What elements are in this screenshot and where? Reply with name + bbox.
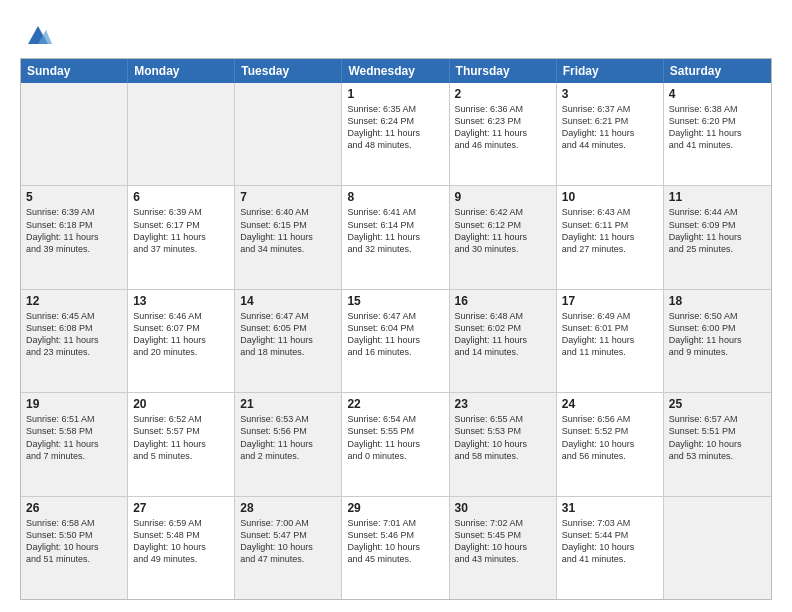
cell-info: Sunrise: 6:45 AM Sunset: 6:08 PM Dayligh…	[26, 310, 122, 359]
cell-info: Sunrise: 6:51 AM Sunset: 5:58 PM Dayligh…	[26, 413, 122, 462]
cell-info: Sunrise: 6:46 AM Sunset: 6:07 PM Dayligh…	[133, 310, 229, 359]
calendar-cell: 21Sunrise: 6:53 AM Sunset: 5:56 PM Dayli…	[235, 393, 342, 495]
cell-info: Sunrise: 6:36 AM Sunset: 6:23 PM Dayligh…	[455, 103, 551, 152]
day-number: 22	[347, 397, 443, 411]
cell-info: Sunrise: 6:57 AM Sunset: 5:51 PM Dayligh…	[669, 413, 766, 462]
calendar-cell: 26Sunrise: 6:58 AM Sunset: 5:50 PM Dayli…	[21, 497, 128, 599]
day-number: 31	[562, 501, 658, 515]
calendar-cell	[128, 83, 235, 185]
calendar-cell: 13Sunrise: 6:46 AM Sunset: 6:07 PM Dayli…	[128, 290, 235, 392]
cell-info: Sunrise: 6:47 AM Sunset: 6:05 PM Dayligh…	[240, 310, 336, 359]
calendar-header-day: Saturday	[664, 59, 771, 83]
calendar-row: 5Sunrise: 6:39 AM Sunset: 6:18 PM Daylig…	[21, 185, 771, 288]
cell-info: Sunrise: 7:02 AM Sunset: 5:45 PM Dayligh…	[455, 517, 551, 566]
calendar: SundayMondayTuesdayWednesdayThursdayFrid…	[20, 58, 772, 600]
calendar-header: SundayMondayTuesdayWednesdayThursdayFrid…	[21, 59, 771, 83]
day-number: 12	[26, 294, 122, 308]
day-number: 15	[347, 294, 443, 308]
calendar-cell: 3Sunrise: 6:37 AM Sunset: 6:21 PM Daylig…	[557, 83, 664, 185]
day-number: 13	[133, 294, 229, 308]
day-number: 16	[455, 294, 551, 308]
cell-info: Sunrise: 6:39 AM Sunset: 6:18 PM Dayligh…	[26, 206, 122, 255]
cell-info: Sunrise: 7:03 AM Sunset: 5:44 PM Dayligh…	[562, 517, 658, 566]
cell-info: Sunrise: 6:42 AM Sunset: 6:12 PM Dayligh…	[455, 206, 551, 255]
calendar-header-day: Wednesday	[342, 59, 449, 83]
calendar-cell: 6Sunrise: 6:39 AM Sunset: 6:17 PM Daylig…	[128, 186, 235, 288]
day-number: 21	[240, 397, 336, 411]
logo-icon	[24, 20, 52, 48]
day-number: 27	[133, 501, 229, 515]
calendar-cell: 30Sunrise: 7:02 AM Sunset: 5:45 PM Dayli…	[450, 497, 557, 599]
calendar-cell: 14Sunrise: 6:47 AM Sunset: 6:05 PM Dayli…	[235, 290, 342, 392]
calendar-row: 19Sunrise: 6:51 AM Sunset: 5:58 PM Dayli…	[21, 392, 771, 495]
cell-info: Sunrise: 6:37 AM Sunset: 6:21 PM Dayligh…	[562, 103, 658, 152]
day-number: 2	[455, 87, 551, 101]
logo	[20, 18, 52, 48]
calendar-row: 12Sunrise: 6:45 AM Sunset: 6:08 PM Dayli…	[21, 289, 771, 392]
cell-info: Sunrise: 6:58 AM Sunset: 5:50 PM Dayligh…	[26, 517, 122, 566]
header	[20, 18, 772, 48]
cell-info: Sunrise: 6:40 AM Sunset: 6:15 PM Dayligh…	[240, 206, 336, 255]
cell-info: Sunrise: 6:59 AM Sunset: 5:48 PM Dayligh…	[133, 517, 229, 566]
calendar-cell: 17Sunrise: 6:49 AM Sunset: 6:01 PM Dayli…	[557, 290, 664, 392]
calendar-cell: 1Sunrise: 6:35 AM Sunset: 6:24 PM Daylig…	[342, 83, 449, 185]
calendar-cell: 25Sunrise: 6:57 AM Sunset: 5:51 PM Dayli…	[664, 393, 771, 495]
calendar-row: 1Sunrise: 6:35 AM Sunset: 6:24 PM Daylig…	[21, 83, 771, 185]
day-number: 29	[347, 501, 443, 515]
cell-info: Sunrise: 6:50 AM Sunset: 6:00 PM Dayligh…	[669, 310, 766, 359]
calendar-cell: 7Sunrise: 6:40 AM Sunset: 6:15 PM Daylig…	[235, 186, 342, 288]
calendar-cell: 2Sunrise: 6:36 AM Sunset: 6:23 PM Daylig…	[450, 83, 557, 185]
cell-info: Sunrise: 6:52 AM Sunset: 5:57 PM Dayligh…	[133, 413, 229, 462]
calendar-header-day: Monday	[128, 59, 235, 83]
cell-info: Sunrise: 6:47 AM Sunset: 6:04 PM Dayligh…	[347, 310, 443, 359]
cell-info: Sunrise: 6:48 AM Sunset: 6:02 PM Dayligh…	[455, 310, 551, 359]
cell-info: Sunrise: 6:44 AM Sunset: 6:09 PM Dayligh…	[669, 206, 766, 255]
day-number: 20	[133, 397, 229, 411]
calendar-cell: 5Sunrise: 6:39 AM Sunset: 6:18 PM Daylig…	[21, 186, 128, 288]
day-number: 10	[562, 190, 658, 204]
calendar-header-day: Tuesday	[235, 59, 342, 83]
cell-info: Sunrise: 6:49 AM Sunset: 6:01 PM Dayligh…	[562, 310, 658, 359]
cell-info: Sunrise: 6:39 AM Sunset: 6:17 PM Dayligh…	[133, 206, 229, 255]
day-number: 8	[347, 190, 443, 204]
calendar-cell: 11Sunrise: 6:44 AM Sunset: 6:09 PM Dayli…	[664, 186, 771, 288]
day-number: 25	[669, 397, 766, 411]
cell-info: Sunrise: 6:38 AM Sunset: 6:20 PM Dayligh…	[669, 103, 766, 152]
day-number: 1	[347, 87, 443, 101]
cell-info: Sunrise: 6:43 AM Sunset: 6:11 PM Dayligh…	[562, 206, 658, 255]
calendar-cell: 31Sunrise: 7:03 AM Sunset: 5:44 PM Dayli…	[557, 497, 664, 599]
calendar-cell: 18Sunrise: 6:50 AM Sunset: 6:00 PM Dayli…	[664, 290, 771, 392]
day-number: 18	[669, 294, 766, 308]
calendar-cell: 16Sunrise: 6:48 AM Sunset: 6:02 PM Dayli…	[450, 290, 557, 392]
day-number: 17	[562, 294, 658, 308]
calendar-body: 1Sunrise: 6:35 AM Sunset: 6:24 PM Daylig…	[21, 83, 771, 599]
cell-info: Sunrise: 6:56 AM Sunset: 5:52 PM Dayligh…	[562, 413, 658, 462]
day-number: 6	[133, 190, 229, 204]
calendar-cell: 20Sunrise: 6:52 AM Sunset: 5:57 PM Dayli…	[128, 393, 235, 495]
page: SundayMondayTuesdayWednesdayThursdayFrid…	[0, 0, 792, 612]
cell-info: Sunrise: 6:41 AM Sunset: 6:14 PM Dayligh…	[347, 206, 443, 255]
calendar-header-day: Sunday	[21, 59, 128, 83]
calendar-cell: 28Sunrise: 7:00 AM Sunset: 5:47 PM Dayli…	[235, 497, 342, 599]
cell-info: Sunrise: 6:35 AM Sunset: 6:24 PM Dayligh…	[347, 103, 443, 152]
calendar-cell: 24Sunrise: 6:56 AM Sunset: 5:52 PM Dayli…	[557, 393, 664, 495]
calendar-cell	[235, 83, 342, 185]
cell-info: Sunrise: 6:55 AM Sunset: 5:53 PM Dayligh…	[455, 413, 551, 462]
calendar-cell: 4Sunrise: 6:38 AM Sunset: 6:20 PM Daylig…	[664, 83, 771, 185]
day-number: 24	[562, 397, 658, 411]
day-number: 4	[669, 87, 766, 101]
day-number: 23	[455, 397, 551, 411]
day-number: 5	[26, 190, 122, 204]
cell-info: Sunrise: 7:01 AM Sunset: 5:46 PM Dayligh…	[347, 517, 443, 566]
calendar-cell: 27Sunrise: 6:59 AM Sunset: 5:48 PM Dayli…	[128, 497, 235, 599]
calendar-cell: 8Sunrise: 6:41 AM Sunset: 6:14 PM Daylig…	[342, 186, 449, 288]
day-number: 28	[240, 501, 336, 515]
cell-info: Sunrise: 7:00 AM Sunset: 5:47 PM Dayligh…	[240, 517, 336, 566]
calendar-cell: 15Sunrise: 6:47 AM Sunset: 6:04 PM Dayli…	[342, 290, 449, 392]
calendar-cell: 19Sunrise: 6:51 AM Sunset: 5:58 PM Dayli…	[21, 393, 128, 495]
day-number: 3	[562, 87, 658, 101]
calendar-cell: 12Sunrise: 6:45 AM Sunset: 6:08 PM Dayli…	[21, 290, 128, 392]
calendar-cell: 9Sunrise: 6:42 AM Sunset: 6:12 PM Daylig…	[450, 186, 557, 288]
calendar-header-day: Thursday	[450, 59, 557, 83]
day-number: 30	[455, 501, 551, 515]
